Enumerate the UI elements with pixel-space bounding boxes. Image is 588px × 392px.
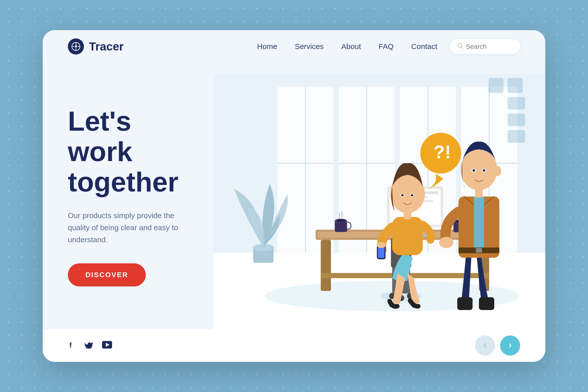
svg-rect-28 — [321, 240, 331, 291]
svg-point-66 — [439, 237, 454, 248]
nav-contact[interactable]: Contact — [411, 42, 437, 51]
svg-point-70 — [473, 169, 475, 172]
svg-rect-60 — [457, 297, 473, 310]
svg-point-72 — [483, 169, 485, 172]
deco-sq-5 — [508, 130, 525, 143]
svg-point-57 — [401, 194, 404, 196]
prev-button[interactable] — [475, 335, 495, 356]
decorative-squares — [488, 78, 525, 143]
svg-point-73 — [494, 166, 501, 176]
svg-rect-63 — [474, 197, 484, 248]
svg-rect-61 — [479, 297, 494, 310]
svg-point-53 — [377, 242, 386, 248]
navbar: Tracer Home Services About FAQ Contact — [43, 30, 545, 63]
youtube-icon[interactable] — [102, 340, 112, 351]
hero-right: ?! — [214, 63, 545, 329]
svg-rect-65 — [476, 248, 482, 253]
svg-point-59 — [411, 194, 413, 196]
nav-buttons — [475, 335, 520, 356]
facebook-icon[interactable]: f — [68, 340, 75, 351]
logo-icon — [68, 38, 84, 55]
nav-home[interactable]: Home — [257, 42, 277, 51]
browser-window: Tracer Home Services About FAQ Contact L… — [43, 30, 545, 362]
deco-sq-4 — [508, 114, 525, 126]
svg-line-8 — [461, 47, 463, 48]
deco-sq-3 — [508, 97, 525, 110]
svg-point-68 — [461, 149, 497, 190]
social-icons: f — [68, 340, 112, 351]
logo-text: Tracer — [89, 40, 124, 53]
nav-about[interactable]: About — [341, 42, 361, 51]
deco-sq-1 — [488, 78, 504, 93]
hero-subtitle: Our products simply provide the quality … — [68, 210, 188, 246]
nav-services[interactable]: Services — [295, 42, 324, 51]
deco-sq-2 — [508, 78, 523, 93]
main-content: Let's work together Our products simply … — [43, 63, 545, 329]
twitter-icon[interactable] — [84, 340, 93, 351]
next-button[interactable] — [500, 335, 520, 356]
nav-links: Home Services About FAQ Contact — [257, 42, 437, 51]
svg-point-40 — [336, 219, 346, 222]
search-bar[interactable] — [450, 39, 520, 54]
footer: f — [43, 329, 545, 362]
discover-button[interactable]: DISCOVER — [68, 263, 146, 286]
svg-rect-50 — [392, 217, 423, 255]
hero-title: Let's work together — [68, 106, 188, 197]
svg-text:?!: ?! — [433, 142, 451, 162]
search-input[interactable] — [466, 43, 513, 51]
hero-left: Let's work together Our products simply … — [43, 63, 214, 329]
svg-text:f: f — [69, 341, 72, 349]
nav-faq[interactable]: FAQ — [379, 42, 394, 51]
logo-area: Tracer — [68, 38, 124, 55]
search-icon — [457, 43, 463, 50]
